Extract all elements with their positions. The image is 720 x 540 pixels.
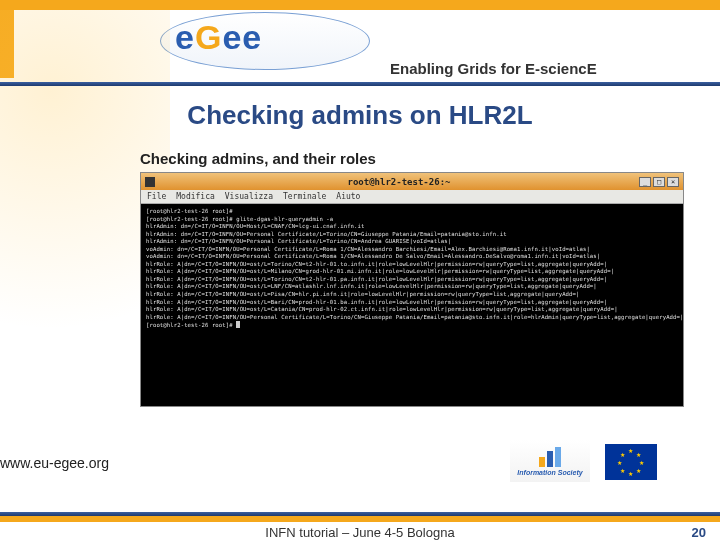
eu-flag: ★ ★ ★ ★ ★ ★ ★ ★ bbox=[605, 444, 657, 480]
terminal-line: hlrRole: A|dn=/C=IT/O=INFN/OU=ost/L=Tori… bbox=[146, 276, 607, 282]
slide-number: 20 bbox=[692, 525, 706, 540]
terminal-line: [root@hlr2-test-26 root]# bbox=[146, 208, 233, 214]
slide-title: Checking admins on HLR2L bbox=[0, 100, 720, 131]
star-icon: ★ bbox=[628, 470, 633, 477]
star-icon: ★ bbox=[636, 451, 641, 458]
footer-orange-bar bbox=[0, 516, 720, 522]
terminal-line: hlrRole: A|dn=/C=IT/O=INFN/OU=ost/L=LNF/… bbox=[146, 283, 597, 289]
menu-view[interactable]: Visualizza bbox=[225, 192, 273, 201]
terminal-line: voAdmin: dn=/C=IT/O=INFN/OU=Personal Cer… bbox=[146, 246, 590, 252]
tagline: Enabling Grids for E-sciencE bbox=[390, 60, 597, 77]
footer-text: INFN tutorial – June 4-5 Bologna bbox=[0, 525, 720, 540]
terminal-line: hlrAdmin: dn=/C=IT/O=INFN/OU=Host/L=CNAF… bbox=[146, 223, 364, 229]
terminal-line: [root@hlr2-test-26 root]# bbox=[146, 322, 236, 328]
navy-divider bbox=[0, 82, 720, 86]
terminal-line: hlrRole: A|dn=/C=IT/O=INFN/OU=ost/L=Cata… bbox=[146, 306, 618, 312]
eu-stars-circle: ★ ★ ★ ★ ★ ★ ★ ★ bbox=[618, 449, 644, 475]
terminal-app-icon bbox=[145, 177, 155, 187]
terminal-line: voAdmin: dn=/C=IT/O=INFN/OU=Personal Cer… bbox=[146, 253, 600, 259]
orange-top-stripe bbox=[0, 0, 720, 10]
terminal-line: [root@hlr2-test-26 root]# glite-dgas-hlr… bbox=[146, 216, 333, 222]
terminal-body[interactable]: [root@hlr2-test-26 root]# [root@hlr2-tes… bbox=[141, 204, 683, 406]
logo-letter-e3: e bbox=[242, 18, 262, 56]
star-icon: ★ bbox=[636, 467, 641, 474]
logo-letter-g: G bbox=[195, 18, 222, 56]
star-icon: ★ bbox=[620, 467, 625, 474]
terminal-menubar: File Modifica Visualizza Terminale Aiuto bbox=[141, 190, 683, 204]
orange-left-stripe bbox=[0, 0, 14, 78]
menu-help[interactable]: Aiuto bbox=[336, 192, 360, 201]
star-icon: ★ bbox=[639, 459, 644, 466]
logo-letter-e1: e bbox=[175, 18, 195, 56]
terminal-line: hlrRole: A|dn=/C=IT/O=INFN/OU=Personal C… bbox=[146, 314, 683, 320]
terminal-titlebar: root@hlr2-test-26:~ _ □ × bbox=[141, 173, 683, 190]
window-maximize-button[interactable]: □ bbox=[653, 177, 665, 187]
is-logo-bars bbox=[539, 447, 561, 467]
header-band bbox=[0, 0, 720, 78]
terminal-line: hlrRole: A|dn=/C=IT/O=INFN/OU=ost/L=Pisa… bbox=[146, 291, 579, 297]
terminal-line: hlrRole: A|dn=/C=IT/O=INFN/OU=ost/L=Mila… bbox=[146, 268, 614, 274]
star-icon: ★ bbox=[617, 459, 622, 466]
slide-subhead: Checking admins, and their roles bbox=[140, 150, 376, 167]
terminal-line: hlrRole: A|dn=/C=IT/O=INFN/OU=ost/L=Tori… bbox=[146, 261, 607, 267]
terminal-line: hlrAdmin: dn=/C=IT/O=INFN/OU=Personal Ce… bbox=[146, 231, 507, 237]
terminal-line: hlrAdmin: dn=/C=IT/O=INFN/OU=Personal Ce… bbox=[146, 238, 451, 244]
terminal-title: root@hlr2-test-26:~ bbox=[161, 177, 637, 187]
star-icon: ★ bbox=[620, 451, 625, 458]
window-minimize-button[interactable]: _ bbox=[639, 177, 651, 187]
information-society-logo: Information Society bbox=[510, 440, 590, 482]
terminal-window: root@hlr2-test-26:~ _ □ × File Modifica … bbox=[140, 172, 684, 407]
window-close-button[interactable]: × bbox=[667, 177, 679, 187]
is-logo-text: Information Society bbox=[517, 469, 582, 476]
star-icon: ★ bbox=[628, 447, 633, 454]
egee-logo: eGee bbox=[175, 18, 262, 57]
terminal-cursor bbox=[236, 321, 240, 328]
terminal-line: hlrRole: A|dn=/C=IT/O=INFN/OU=ost/L=Bari… bbox=[146, 299, 607, 305]
menu-file[interactable]: File bbox=[147, 192, 166, 201]
logo-letter-e2: e bbox=[222, 18, 242, 56]
website-url: www.eu-egee.org bbox=[0, 455, 109, 471]
menu-edit[interactable]: Modifica bbox=[176, 192, 215, 201]
menu-terminal[interactable]: Terminale bbox=[283, 192, 326, 201]
